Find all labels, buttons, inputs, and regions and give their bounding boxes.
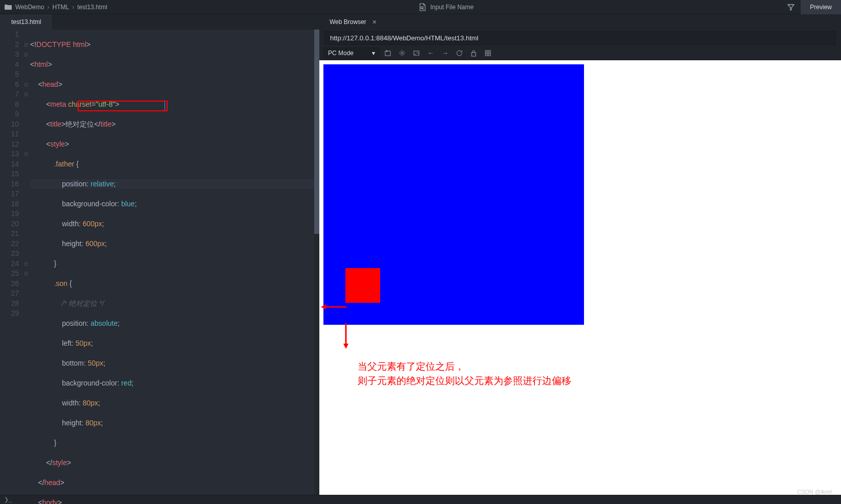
browser-pane: Web Browser × PC Mode ▾ ← → — [319, 14, 841, 495]
close-icon[interactable]: × — [372, 18, 377, 26]
code-editor[interactable]: 1234567891011121314151617181920212223242… — [0, 30, 319, 504]
text-cursor — [165, 102, 165, 110]
editor-scrollbar[interactable] — [314, 30, 319, 495]
new-window-icon[interactable] — [382, 47, 394, 59]
breadcrumb-root[interactable]: WebDemo — [15, 4, 44, 11]
father-box — [323, 64, 584, 325]
back-icon[interactable]: ← — [425, 47, 437, 59]
forward-icon[interactable]: → — [439, 47, 451, 59]
url-bar — [319, 30, 841, 46]
annotation-text: 当父元素有了定位之后， 则子元素的绝对定位则以父元素为参照进行边偏移 — [358, 359, 571, 388]
editor-tabs: test13.html — [0, 14, 319, 30]
folder-icon — [4, 4, 12, 11]
svg-rect-4 — [472, 53, 476, 56]
mode-select[interactable]: PC Mode ▾ — [323, 47, 380, 59]
filter-icon[interactable] — [781, 4, 801, 11]
top-right: Preview — [781, 0, 841, 14]
chevron-right-icon: › — [72, 4, 74, 11]
browser-tab-bar: Web Browser × — [319, 14, 841, 30]
svg-rect-8 — [488, 54, 490, 56]
chevron-right-icon: › — [47, 4, 49, 11]
son-box — [345, 268, 380, 303]
code-content[interactable]: <!DOCTYPE html> <html> <head> <meta char… — [29, 30, 319, 504]
browser-tab-label: Web Browser — [330, 18, 366, 26]
breadcrumb[interactable]: WebDemo › HTML › test13.html — [0, 4, 111, 11]
svg-rect-1 — [385, 51, 390, 56]
file-search-icon — [419, 3, 426, 11]
search-bar[interactable]: Input File Name — [111, 3, 781, 11]
arrow-down-icon — [343, 323, 349, 349]
gear-icon[interactable] — [396, 47, 408, 59]
browser-viewport: 当父元素有了定位之后， 则子元素的绝对定位则以父元素为参照进行边偏移 — [319, 60, 841, 495]
breadcrumb-folder[interactable]: HTML — [52, 4, 69, 11]
svg-rect-5 — [485, 51, 487, 53]
preview-button[interactable]: Preview — [801, 0, 841, 14]
browser-toolbar: PC Mode ▾ ← → — [319, 46, 841, 60]
search-placeholder: Input File Name — [430, 4, 474, 11]
url-input[interactable] — [324, 31, 836, 45]
refresh-icon[interactable] — [453, 47, 465, 59]
svg-marker-12 — [343, 344, 348, 349]
watermark: CSDN @Ariel — [798, 489, 832, 495]
breadcrumb-file[interactable]: test13.html — [77, 4, 107, 11]
line-gutter: 1234567891011121314151617181920212223242… — [0, 30, 23, 504]
top-bar: WebDemo › HTML › test13.html Input File … — [0, 0, 841, 14]
editor-pane: test13.html 1234567891011121314151617181… — [0, 14, 319, 495]
arrow-left-icon — [321, 304, 346, 310]
svg-point-2 — [401, 52, 403, 54]
svg-marker-10 — [321, 304, 326, 309]
browser-tab[interactable]: Web Browser × — [324, 14, 382, 30]
svg-rect-7 — [485, 54, 487, 56]
chevron-down-icon: ▾ — [372, 50, 375, 57]
screenshot-icon[interactable] — [410, 47, 423, 59]
mode-label: PC Mode — [328, 50, 354, 57]
fold-gutter: ⊟⊟⊟⊟⊟⊟⊟ — [23, 30, 29, 504]
editor-tab[interactable]: test13.html — [0, 14, 53, 30]
lock-icon[interactable] — [468, 47, 480, 59]
grid-icon[interactable] — [482, 47, 494, 59]
svg-rect-6 — [488, 51, 490, 53]
